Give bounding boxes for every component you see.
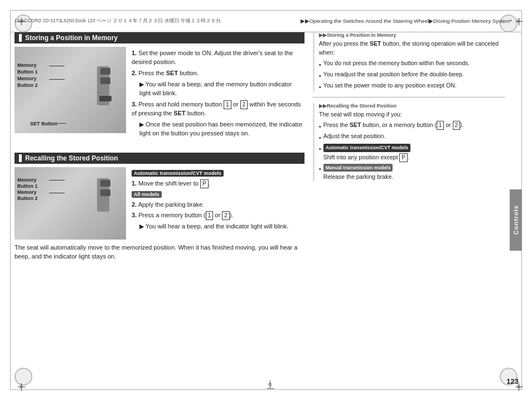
- section2-note-intro: The seat will stop moving if you:: [319, 110, 505, 119]
- section2-mb1-label: Memory Button 1: [17, 177, 38, 190]
- section2-note: ▶▶Recalling the Stored Position The seat…: [313, 103, 505, 181]
- page-number: 123: [506, 377, 519, 386]
- section1-note-b2: • You readjust the seat position before …: [319, 70, 505, 80]
- header-meta: 15 ACCORD 2D-31T3L6200.book 123 ページ ２０１４…: [14, 18, 221, 25]
- section1-set-label: SET Button: [30, 121, 57, 126]
- section1-image: Memory Button 1 Memory Button 2 SET Butt…: [14, 47, 126, 133]
- section2-image: Memory Button 1 Memory Button 2: [14, 167, 126, 240]
- section2-note-label: ▶▶Recalling the Stored Position: [319, 103, 505, 109]
- section1-mb1-label: Memory Button 1: [17, 62, 38, 75]
- section2-note-b1: • Press the SET button, or a memory butt…: [319, 121, 505, 131]
- callout-line-s2-mb1: [49, 180, 65, 181]
- callout-line-set: [58, 123, 66, 124]
- section2: Recalling the Stored Position Memory But…: [14, 153, 304, 261]
- section1-steps: 1. Set the power mode to ON. Adjust the …: [132, 47, 304, 140]
- tag-all: All models: [132, 191, 304, 199]
- bar-icon: [19, 34, 22, 42]
- callout-line-s2-mb2: [49, 193, 65, 193]
- section1: Storing a Position in Memory Memory B: [14, 32, 304, 140]
- section1-note-label: ▶▶Storing a Position in Memory: [319, 32, 505, 38]
- section1-mb2-label: Memory Button 2: [17, 76, 38, 89]
- step1-1: 1. Set the power mode to ON. Adjust the …: [132, 49, 304, 67]
- header-nav: ▶▶Operating the Switches Around the Stee…: [221, 18, 518, 24]
- callout-line-mb1: [49, 66, 65, 66]
- section2-mb2-label: Memory Button 2: [17, 189, 38, 202]
- step1-2: 2. Press the SET button.: [132, 69, 304, 78]
- section2-note-b4: • Manual transmission models Release the…: [319, 163, 505, 182]
- step1-2-arrow: ▶ You will hear a beep, and the memory b…: [132, 80, 304, 98]
- section-gap-1: [14, 144, 304, 153]
- section1-note-intro: After you press the SET button, the stor…: [319, 40, 505, 57]
- section2-note-b2: • Adjust the seat position.: [319, 132, 505, 142]
- section2-para: The seat will automatically move to the …: [14, 243, 304, 261]
- controls-tab: Controls: [510, 189, 522, 251]
- step2-1: 1. Move the shift lever to P.: [132, 179, 304, 188]
- section1-note: ▶▶Storing a Position in Memory After you…: [313, 32, 505, 91]
- callout-line-mb2: [49, 79, 65, 80]
- section1-note-b3: • You set the power mode to any position…: [319, 81, 505, 91]
- section1-note-b1: • You do not press the memory button wit…: [319, 59, 505, 69]
- section1-header: Storing a Position in Memory: [14, 32, 304, 43]
- section2-header: Recalling the Stored Position: [14, 153, 304, 164]
- step2-3-arrow: ▶ You will hear a beep, and the indicato…: [132, 222, 304, 231]
- step2-3: 3. Press a memory button (1 or 2).: [132, 211, 304, 220]
- section1-title: Storing a Position in Memory: [25, 34, 118, 42]
- controls-label: Controls: [512, 205, 519, 235]
- divider: [313, 97, 505, 97]
- page-header: 15 ACCORD 2D-31T3L6200.book 123 ページ ２０１４…: [10, 10, 522, 32]
- bar-icon-2: [19, 154, 22, 162]
- section2-note-b3: • Automatic transmission/CVT models Shif…: [319, 143, 505, 162]
- right-column: ▶▶Storing a Position in Memory After you…: [313, 32, 505, 182]
- section2-steps: Automatic transmission/CVT models 1. Mov…: [132, 167, 304, 240]
- section2-title: Recalling the Stored Position: [25, 154, 118, 162]
- left-column: Storing a Position in Memory Memory B: [14, 32, 304, 261]
- step1-3-arrow: ▶ Once the seat position has been memori…: [132, 120, 304, 138]
- tag-at: Automatic transmission/CVT models: [132, 169, 304, 178]
- step1-3: 3. Press and hold memory button 1 or 2 w…: [132, 100, 304, 118]
- step2-2: 2. Apply the parking brake.: [132, 201, 304, 209]
- deco-circle-bl: [14, 368, 32, 386]
